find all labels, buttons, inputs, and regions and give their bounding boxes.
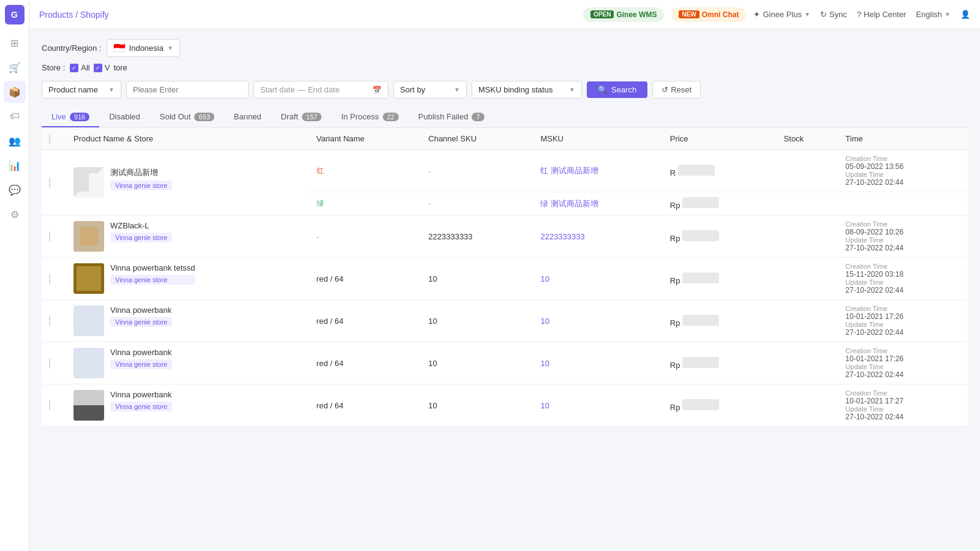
tab-in-process[interactable]: In Process 22 bbox=[331, 107, 409, 127]
sidebar-item-promotions[interactable]: 🏷 bbox=[4, 105, 26, 127]
svg-rect-9 bbox=[74, 405, 104, 421]
row1-msku2: 绿 测试商品新增 bbox=[533, 192, 662, 216]
row4-variant: red / 64 bbox=[309, 300, 421, 342]
msku-link[interactable]: 10 bbox=[540, 274, 549, 283]
sidebar-item-messages[interactable]: 💬 bbox=[4, 179, 26, 201]
tab-sold-out[interactable]: Sold Out 693 bbox=[150, 107, 224, 127]
update-time-value: 27-10-2022 02:44 bbox=[845, 244, 960, 252]
price-prefix: R bbox=[670, 168, 676, 178]
update-time-cell: Update Time 27-10-2022 02:44 bbox=[845, 236, 960, 252]
product-details: Vinna powerbank Vinna genie store bbox=[110, 348, 172, 369]
product-name-label: Product name bbox=[48, 85, 98, 94]
ginee-wms-label: Ginee WMS bbox=[616, 10, 657, 19]
price-prefix: Rp bbox=[670, 234, 680, 243]
update-time-label: Update Time bbox=[845, 363, 960, 370]
msku-link[interactable]: 10 bbox=[540, 317, 549, 326]
omni-chat-button[interactable]: NEW Omni Chat bbox=[671, 7, 746, 22]
search-icon: 🔍 bbox=[598, 85, 608, 94]
creation-time-cell: Creation Time 15-11-2020 03:18 bbox=[845, 263, 960, 279]
row3-checkbox-cell bbox=[42, 258, 66, 300]
row3-stock bbox=[777, 258, 839, 300]
search-input[interactable] bbox=[126, 81, 249, 99]
price-prefix: Rp bbox=[670, 361, 680, 370]
product-name-select[interactable]: Product name ▼ bbox=[42, 81, 121, 99]
ginee-plus-menu[interactable]: ✦ Ginee Plus ▼ bbox=[753, 10, 810, 19]
date-range-separator: — bbox=[297, 85, 305, 94]
header-msku: MSKU bbox=[533, 128, 662, 150]
row4-msku: 10 bbox=[533, 300, 662, 342]
row5-sku: 10 bbox=[421, 342, 533, 384]
variant-tag-green: 绿 bbox=[317, 199, 324, 208]
country-value: Indonesia bbox=[129, 43, 164, 53]
user-avatar[interactable]: 👤 bbox=[960, 10, 970, 19]
ginee-plus-icon: ✦ bbox=[753, 10, 760, 19]
product-image bbox=[74, 221, 104, 252]
tab-draft[interactable]: Draft 157 bbox=[271, 107, 332, 127]
reset-button[interactable]: ↺ Reset bbox=[652, 81, 701, 99]
creation-time-value: 15-11-2020 03:18 bbox=[845, 270, 960, 279]
row6-price: Rp bbox=[663, 384, 777, 427]
sync-button[interactable]: ↻ Sync bbox=[820, 10, 847, 19]
ginee-wms-button[interactable]: OPEN Ginee WMS bbox=[583, 7, 664, 22]
msku-link[interactable]: 红 测试商品新增 bbox=[540, 166, 598, 175]
help-center-button[interactable]: ? Help Center bbox=[857, 10, 907, 19]
channel-sku-value: 10 bbox=[428, 401, 437, 410]
tab-banned[interactable]: Banned bbox=[224, 107, 271, 127]
search-button[interactable]: 🔍 Search bbox=[587, 81, 647, 98]
update-time-value: 27-10-2022 02:44 bbox=[845, 286, 960, 294]
row1-checkbox[interactable] bbox=[49, 178, 50, 188]
msku-status-select[interactable]: MSKU binding status ▼ bbox=[472, 81, 582, 99]
sidebar-item-customers[interactable]: 👥 bbox=[4, 130, 26, 152]
products-table-container: Product Name & Store Variant Name Channe… bbox=[42, 128, 968, 427]
svg-rect-6 bbox=[74, 305, 104, 336]
sidebar-item-products[interactable]: 📦 bbox=[4, 81, 26, 103]
sort-by-select[interactable]: Sort by ▼ bbox=[393, 81, 467, 99]
new-badge: NEW bbox=[679, 10, 699, 18]
table-row: WZBlack-L Vinna genie store - 2223333333… bbox=[42, 216, 968, 258]
language-selector[interactable]: English ▼ bbox=[916, 10, 951, 19]
msku-link[interactable]: 2223333333 bbox=[540, 232, 584, 241]
store-badge: Vinna genie store bbox=[110, 359, 172, 369]
row3-variant: red / 64 bbox=[309, 258, 421, 300]
price-prefix: Rp bbox=[670, 318, 680, 328]
price-value-hidden bbox=[682, 357, 719, 368]
row6-checkbox[interactable] bbox=[49, 400, 50, 411]
sidebar-item-orders[interactable]: 🛒 bbox=[4, 56, 26, 78]
table-row: 测试商品新增 Vinna genie store 红 - 红 测试商品新增 R bbox=[42, 150, 968, 192]
row3-checkbox[interactable] bbox=[49, 274, 50, 284]
reset-btn-label: Reset bbox=[671, 85, 692, 94]
product-info-cell: Vinna powerbank Vinna genie store bbox=[74, 305, 302, 336]
price-value-hidden bbox=[682, 272, 719, 283]
header-select-all[interactable] bbox=[42, 128, 66, 150]
row5-checkbox[interactable] bbox=[49, 358, 50, 369]
sidebar-item-home[interactable]: ⊞ bbox=[4, 32, 26, 54]
creation-time-cell: Creation Time 10-01-2021 17:27 bbox=[845, 389, 960, 405]
row6-msku: 10 bbox=[533, 384, 662, 427]
tab-disabled[interactable]: Disabled bbox=[99, 107, 150, 127]
lang-chevron-icon: ▼ bbox=[944, 11, 951, 18]
store-all-checkbox[interactable]: All bbox=[70, 63, 89, 72]
row3-msku: 10 bbox=[533, 258, 662, 300]
row2-checkbox[interactable] bbox=[49, 231, 50, 242]
row6-stock bbox=[777, 384, 839, 427]
select-all-checkbox[interactable] bbox=[49, 133, 50, 144]
date-range-picker[interactable]: Start date — End date 📅 bbox=[254, 81, 388, 99]
tab-live[interactable]: Live 916 bbox=[42, 107, 99, 127]
row2-product-cell: WZBlack-L Vinna genie store bbox=[66, 216, 309, 258]
msku-link[interactable]: 10 bbox=[540, 401, 549, 410]
creation-time-value: 10-01-2021 17:26 bbox=[845, 312, 960, 321]
sidebar-item-settings[interactable]: ⚙ bbox=[4, 203, 26, 225]
flag-icon: 🇮🇩 bbox=[113, 42, 126, 54]
store-v-checkbox[interactable]: V bbox=[94, 63, 110, 72]
product-details: 测试商品新增 Vinna genie store bbox=[110, 167, 172, 190]
row4-checkbox[interactable] bbox=[49, 316, 50, 326]
sidebar-item-reports[interactable]: 📊 bbox=[4, 154, 26, 176]
country-selector[interactable]: 🇮🇩 Indonesia ▼ bbox=[107, 39, 180, 57]
channel-sku-value: - bbox=[428, 167, 431, 176]
msku-link[interactable]: 绿 测试商品新增 bbox=[540, 199, 598, 208]
reset-icon: ↺ bbox=[662, 85, 668, 94]
tab-sold-out-badge: 693 bbox=[194, 113, 214, 121]
row5-stock bbox=[777, 342, 839, 384]
msku-link[interactable]: 10 bbox=[540, 359, 549, 368]
tab-publish-failed[interactable]: Publish Failed 7 bbox=[409, 107, 494, 127]
